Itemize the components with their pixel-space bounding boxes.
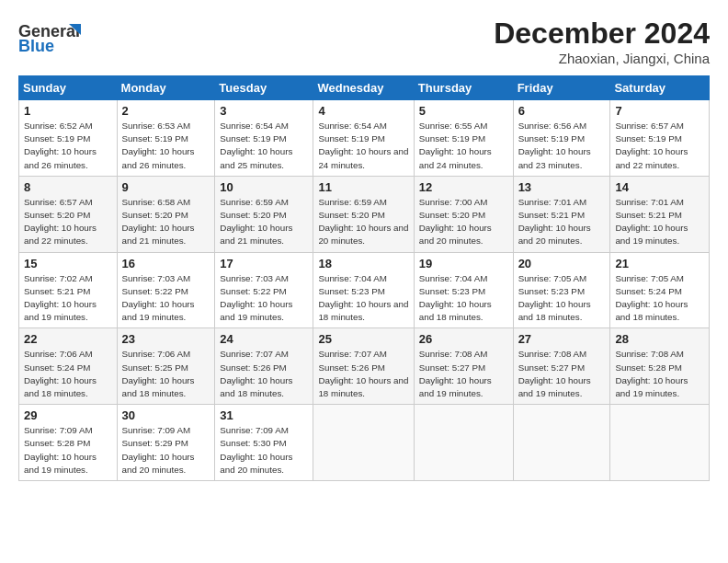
day-number: 14 (615, 180, 704, 194)
table-row: 6 Sunrise: 6:56 AMSunset: 5:19 PMDayligh… (513, 100, 610, 177)
day-info: Sunrise: 7:00 AMSunset: 5:20 PMDaylight:… (419, 197, 492, 247)
day-number: 25 (318, 332, 408, 346)
day-number: 29 (24, 408, 112, 422)
day-info: Sunrise: 7:01 AMSunset: 5:21 PMDaylight:… (615, 197, 688, 247)
table-row: 3 Sunrise: 6:54 AMSunset: 5:19 PMDayligh… (215, 100, 313, 177)
day-info: Sunrise: 6:55 AMSunset: 5:19 PMDaylight:… (419, 121, 492, 170)
day-info: Sunrise: 7:08 AMSunset: 5:28 PMDaylight:… (615, 349, 688, 398)
day-info: Sunrise: 7:09 AMSunset: 5:29 PMDaylight:… (122, 425, 195, 475)
day-number: 5 (419, 104, 508, 118)
day-info: Sunrise: 6:52 AMSunset: 5:19 PMDaylight:… (24, 121, 97, 170)
weekday-header-row: Sunday Monday Tuesday Wednesday Thursday… (19, 76, 710, 100)
day-number: 4 (318, 104, 408, 118)
table-row: 18 Sunrise: 7:04 AMSunset: 5:23 PMDaylig… (313, 252, 414, 328)
table-row: 8 Sunrise: 6:57 AMSunset: 5:20 PMDayligh… (19, 176, 118, 252)
table-row: 5 Sunrise: 6:55 AMSunset: 5:19 PMDayligh… (414, 100, 513, 177)
table-row: 9 Sunrise: 6:58 AMSunset: 5:20 PMDayligh… (117, 176, 215, 252)
day-number: 16 (122, 257, 210, 270)
table-row (313, 405, 414, 481)
table-row: 25 Sunrise: 7:07 AMSunset: 5:26 PMDaylig… (313, 328, 414, 405)
table-row: 10 Sunrise: 6:59 AMSunset: 5:20 PMDaylig… (215, 176, 313, 252)
day-info: Sunrise: 7:09 AMSunset: 5:28 PMDaylight:… (24, 425, 97, 475)
header-friday: Friday (513, 76, 610, 100)
day-info: Sunrise: 7:06 AMSunset: 5:25 PMDaylight:… (122, 349, 195, 398)
calendar-table: Sunday Monday Tuesday Wednesday Thursday… (18, 75, 710, 481)
day-number: 20 (518, 257, 606, 270)
table-row: 15 Sunrise: 7:02 AMSunset: 5:21 PMDaylig… (19, 252, 118, 328)
table-row: 7 Sunrise: 6:57 AMSunset: 5:19 PMDayligh… (610, 100, 710, 177)
day-info: Sunrise: 7:05 AMSunset: 5:23 PMDaylight:… (518, 273, 591, 323)
day-info: Sunrise: 7:03 AMSunset: 5:22 PMDaylight:… (122, 273, 195, 323)
day-info: Sunrise: 7:01 AMSunset: 5:21 PMDaylight:… (518, 197, 591, 247)
day-number: 28 (615, 332, 704, 346)
day-info: Sunrise: 6:59 AMSunset: 5:20 PMDaylight:… (220, 197, 292, 247)
day-info: Sunrise: 6:57 AMSunset: 5:19 PMDaylight:… (615, 121, 688, 170)
day-number: 18 (318, 257, 408, 270)
day-info: Sunrise: 7:08 AMSunset: 5:27 PMDaylight:… (518, 349, 591, 398)
table-row (610, 405, 710, 481)
day-number: 3 (220, 104, 308, 118)
table-row: 13 Sunrise: 7:01 AMSunset: 5:21 PMDaylig… (513, 176, 610, 252)
day-number: 11 (318, 180, 408, 194)
day-info: Sunrise: 7:07 AMSunset: 5:26 PMDaylight:… (220, 349, 292, 398)
table-row: 21 Sunrise: 7:05 AMSunset: 5:24 PMDaylig… (610, 252, 710, 328)
day-number: 7 (615, 104, 704, 118)
page: General Blue December 2024 Zhaoxian, Jia… (0, 0, 728, 563)
day-number: 21 (615, 257, 704, 270)
day-info: Sunrise: 7:06 AMSunset: 5:24 PMDaylight:… (24, 349, 97, 398)
day-info: Sunrise: 6:57 AMSunset: 5:20 PMDaylight:… (24, 197, 97, 247)
svg-text:Blue: Blue (18, 37, 54, 53)
day-info: Sunrise: 6:54 AMSunset: 5:19 PMDaylight:… (318, 121, 408, 170)
table-row: 28 Sunrise: 7:08 AMSunset: 5:28 PMDaylig… (610, 328, 710, 405)
day-number: 30 (122, 408, 210, 422)
calendar-week-row: 1 Sunrise: 6:52 AMSunset: 5:19 PMDayligh… (19, 100, 710, 177)
day-number: 23 (122, 332, 210, 346)
logo: General Blue (18, 17, 83, 57)
main-title: December 2024 (494, 17, 710, 51)
table-row: 26 Sunrise: 7:08 AMSunset: 5:27 PMDaylig… (414, 328, 513, 405)
calendar-week-row: 8 Sunrise: 6:57 AMSunset: 5:20 PMDayligh… (19, 176, 710, 252)
table-row: 11 Sunrise: 6:59 AMSunset: 5:20 PMDaylig… (313, 176, 414, 252)
day-number: 15 (24, 257, 112, 270)
header-monday: Monday (117, 76, 215, 100)
table-row: 27 Sunrise: 7:08 AMSunset: 5:27 PMDaylig… (513, 328, 610, 405)
day-number: 22 (24, 332, 112, 346)
day-number: 1 (24, 104, 112, 118)
day-number: 6 (518, 104, 606, 118)
header-sunday: Sunday (19, 76, 118, 100)
day-number: 12 (419, 180, 508, 194)
header-tuesday: Tuesday (215, 76, 313, 100)
day-number: 19 (419, 257, 508, 270)
table-row: 20 Sunrise: 7:05 AMSunset: 5:23 PMDaylig… (513, 252, 610, 328)
table-row: 14 Sunrise: 7:01 AMSunset: 5:21 PMDaylig… (610, 176, 710, 252)
day-info: Sunrise: 7:07 AMSunset: 5:26 PMDaylight:… (318, 349, 408, 398)
header-thursday: Thursday (414, 76, 513, 100)
table-row: 23 Sunrise: 7:06 AMSunset: 5:25 PMDaylig… (117, 328, 215, 405)
day-number: 13 (518, 180, 606, 194)
table-row: 29 Sunrise: 7:09 AMSunset: 5:28 PMDaylig… (19, 405, 118, 481)
table-row: 30 Sunrise: 7:09 AMSunset: 5:29 PMDaylig… (117, 405, 215, 481)
day-info: Sunrise: 7:04 AMSunset: 5:23 PMDaylight:… (318, 273, 408, 323)
header-saturday: Saturday (610, 76, 710, 100)
calendar-week-row: 15 Sunrise: 7:02 AMSunset: 5:21 PMDaylig… (19, 252, 710, 328)
subtitle: Zhaoxian, Jiangxi, China (494, 51, 710, 66)
day-number: 31 (220, 408, 308, 422)
day-info: Sunrise: 6:53 AMSunset: 5:19 PMDaylight:… (122, 121, 195, 170)
day-info: Sunrise: 7:05 AMSunset: 5:24 PMDaylight:… (615, 273, 688, 323)
day-info: Sunrise: 7:02 AMSunset: 5:21 PMDaylight:… (24, 273, 97, 323)
table-row: 17 Sunrise: 7:03 AMSunset: 5:22 PMDaylig… (215, 252, 313, 328)
table-row: 4 Sunrise: 6:54 AMSunset: 5:19 PMDayligh… (313, 100, 414, 177)
day-number: 24 (220, 332, 308, 346)
logo-icon: General Blue (18, 17, 83, 57)
table-row: 22 Sunrise: 7:06 AMSunset: 5:24 PMDaylig… (19, 328, 118, 405)
day-info: Sunrise: 7:04 AMSunset: 5:23 PMDaylight:… (419, 273, 492, 323)
day-info: Sunrise: 6:54 AMSunset: 5:19 PMDaylight:… (220, 121, 292, 170)
calendar-week-row: 22 Sunrise: 7:06 AMSunset: 5:24 PMDaylig… (19, 328, 710, 405)
day-info: Sunrise: 7:08 AMSunset: 5:27 PMDaylight:… (419, 349, 492, 398)
day-info: Sunrise: 6:59 AMSunset: 5:20 PMDaylight:… (318, 197, 408, 247)
day-info: Sunrise: 7:03 AMSunset: 5:22 PMDaylight:… (220, 273, 292, 323)
day-number: 8 (24, 180, 112, 194)
table-row (414, 405, 513, 481)
day-info: Sunrise: 6:56 AMSunset: 5:19 PMDaylight:… (518, 121, 591, 170)
table-row: 1 Sunrise: 6:52 AMSunset: 5:19 PMDayligh… (19, 100, 118, 177)
